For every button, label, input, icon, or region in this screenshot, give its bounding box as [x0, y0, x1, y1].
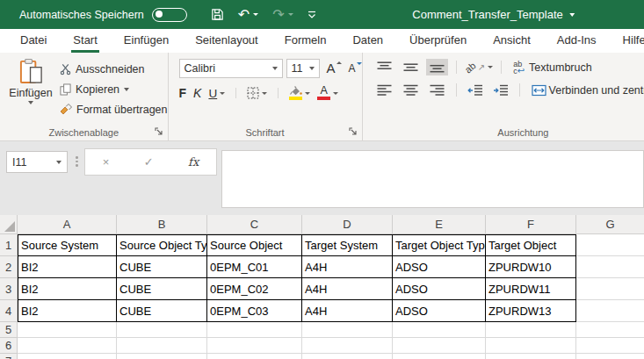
clipboard-dialog-launcher[interactable]	[155, 127, 163, 136]
cell-f2[interactable]: ZPURDW10	[486, 256, 576, 278]
select-all-corner[interactable]	[0, 215, 18, 234]
cell-a3[interactable]: BI2	[18, 278, 117, 300]
paste-dropdown-icon[interactable]	[28, 101, 33, 104]
tab-formeln[interactable]: Formeln	[283, 29, 329, 53]
wrap-text-button[interactable]: ab c↩ Textumbruch	[513, 61, 591, 75]
font-dialog-launcher[interactable]	[349, 127, 358, 136]
cell-c5[interactable]	[207, 322, 302, 338]
font-name-combobox[interactable]: Calibri	[179, 59, 283, 78]
undo-dropdown-icon[interactable]	[253, 13, 258, 16]
undo-button[interactable]: ↶	[238, 8, 258, 22]
cell-c7[interactable]	[207, 354, 302, 359]
autosave-toggle[interactable]	[152, 8, 187, 22]
cell-b6[interactable]	[117, 338, 207, 354]
column-header-g[interactable]: G	[576, 215, 644, 234]
fill-color-dropdown-icon[interactable]	[305, 92, 310, 95]
cancel-button[interactable]: ×	[103, 155, 110, 169]
column-header-f[interactable]: F	[486, 215, 576, 234]
format-painter-button[interactable]: Format übertragen	[60, 99, 168, 119]
cell-d1[interactable]: Target System	[302, 234, 393, 256]
cell-a2[interactable]: BI2	[18, 256, 117, 278]
grow-font-button[interactable]: A	[327, 61, 342, 75]
column-header-c[interactable]: C	[207, 215, 302, 234]
cell-d7[interactable]	[302, 354, 393, 359]
cell-a7[interactable]	[18, 354, 117, 359]
borders-button[interactable]	[247, 87, 267, 99]
cell-d2[interactable]: A4H	[302, 256, 393, 278]
cell-e7[interactable]	[393, 354, 486, 359]
font-size-combobox[interactable]: 11	[286, 59, 320, 78]
align-middle-button[interactable]	[400, 59, 422, 75]
cell-b2[interactable]: CUBE	[117, 256, 207, 278]
merge-center-button[interactable]: Verbinden und zentrieren	[532, 84, 644, 97]
cell-d5[interactable]	[302, 322, 393, 338]
redo-button[interactable]: ↷	[272, 8, 293, 22]
cell-e2[interactable]: ADSO	[393, 256, 486, 278]
cell-a5[interactable]	[18, 322, 117, 338]
align-center-button[interactable]	[400, 82, 422, 98]
cell-g2[interactable]	[576, 256, 644, 278]
cell-d6[interactable]	[302, 338, 393, 354]
borders-dropdown-icon[interactable]	[262, 92, 267, 95]
column-header-e[interactable]: E	[393, 215, 486, 234]
cell-d4[interactable]: A4H	[302, 300, 393, 322]
cell-e4[interactable]: ADSO	[393, 300, 486, 322]
tab-start[interactable]: Start	[71, 29, 98, 53]
row-header-3[interactable]: 3	[0, 278, 18, 300]
align-top-button[interactable]	[373, 59, 395, 75]
row-header-4[interactable]: 4	[0, 300, 18, 322]
column-header-d[interactable]: D	[302, 215, 393, 234]
cell-a6[interactable]	[18, 338, 117, 354]
cell-e6[interactable]	[393, 338, 486, 354]
decrease-indent-button[interactable]	[465, 83, 486, 98]
cell-f4[interactable]: ZPURDW13	[486, 300, 576, 322]
cell-b5[interactable]	[117, 322, 207, 338]
italic-button[interactable]: K	[193, 86, 201, 100]
cell-c6[interactable]	[207, 338, 302, 354]
tab-hilfe[interactable]: Hilfe	[621, 29, 644, 53]
cell-g6[interactable]	[576, 338, 644, 354]
cell-a1[interactable]: Source System	[18, 234, 117, 256]
cell-e5[interactable]	[393, 322, 486, 338]
tab-seitenlayout[interactable]: Seitenlayout	[193, 29, 260, 53]
copy-dropdown-icon[interactable]	[124, 88, 129, 91]
cell-f5[interactable]	[486, 322, 576, 338]
cell-f6[interactable]	[486, 338, 576, 354]
cell-f7[interactable]	[486, 354, 576, 359]
formula-input[interactable]	[221, 150, 644, 208]
save-button[interactable]	[211, 8, 224, 21]
row-header-2[interactable]: 2	[0, 256, 18, 278]
copy-button[interactable]: Kopieren	[60, 79, 168, 99]
font-color-dropdown-icon[interactable]	[333, 92, 338, 95]
tab-ueberpruefen[interactable]: Überprüfen	[408, 29, 468, 53]
fill-color-button[interactable]	[289, 86, 310, 100]
tab-add-ins[interactable]: Add-Ins	[555, 29, 598, 53]
cell-g7[interactable]	[576, 354, 644, 359]
enter-button[interactable]: ✓	[144, 155, 154, 169]
underline-button[interactable]: U	[208, 87, 225, 100]
increase-indent-button[interactable]	[490, 83, 511, 98]
row-header-1[interactable]: 1	[0, 234, 18, 256]
underline-dropdown-icon[interactable]	[220, 92, 225, 95]
cell-g1[interactable]	[576, 234, 644, 256]
cell-c4[interactable]: 0EPM_C03	[207, 300, 302, 322]
tab-einfuegen[interactable]: Einfügen	[122, 29, 170, 53]
cell-e1[interactable]: Target Object Type	[393, 234, 486, 256]
column-header-a[interactable]: A	[18, 215, 117, 234]
row-header-7[interactable]: 7	[0, 354, 18, 359]
cell-g4[interactable]	[576, 300, 644, 322]
cell-g5[interactable]	[576, 322, 644, 338]
cut-button[interactable]: Ausschneiden	[60, 59, 168, 79]
column-header-b[interactable]: B	[117, 215, 207, 234]
tab-ansicht[interactable]: Ansicht	[491, 29, 532, 53]
formula-bar-drag-handle[interactable]	[76, 156, 78, 167]
insert-function-button[interactable]: fx	[188, 155, 199, 169]
align-bottom-button[interactable]	[426, 59, 448, 75]
cell-a4[interactable]: BI2	[18, 300, 117, 322]
customize-quick-access-button[interactable]	[308, 11, 316, 18]
orientation-button[interactable]: ab↗	[465, 62, 494, 73]
bold-button[interactable]: F	[179, 86, 187, 100]
cell-c1[interactable]: Source Object	[207, 234, 302, 256]
cell-b1[interactable]: Source Object Type	[117, 234, 207, 256]
align-left-button[interactable]	[373, 82, 395, 98]
